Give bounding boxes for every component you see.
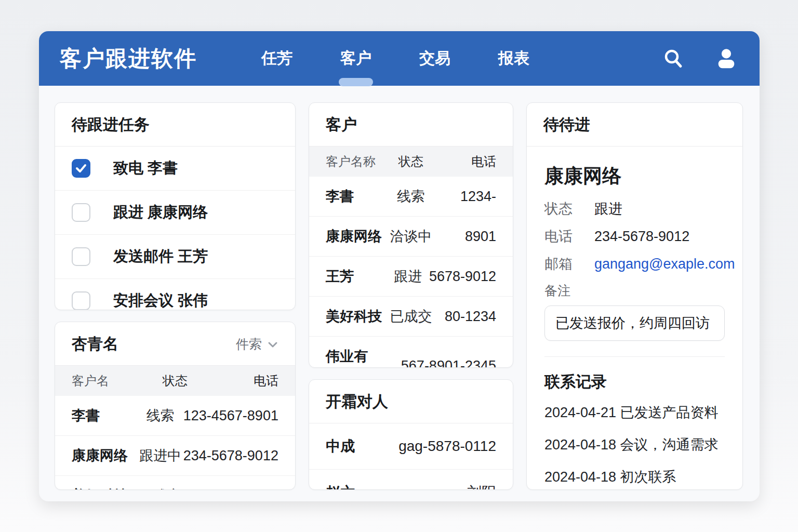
header-icons <box>662 47 738 70</box>
cell-name: 伟业有限公司 <box>326 347 370 368</box>
cell-phone: 5678-9012 <box>429 269 496 285</box>
cell-phone: 1234- <box>433 189 496 205</box>
col-header-phone: 电话 <box>202 373 278 389</box>
col-header-status: 状态 <box>389 153 433 170</box>
search-icon[interactable] <box>662 47 685 70</box>
nav-tab-label: 客户 <box>340 49 371 66</box>
task-checkbox[interactable] <box>72 291 90 310</box>
cell-name: 赵六 <box>326 483 355 490</box>
task-checkbox[interactable] <box>72 247 90 266</box>
panel-title: 待跟进任务 <box>55 103 295 147</box>
nav-tab-label: 报表 <box>498 49 529 66</box>
task-row[interactable]: 发送邮件 王芳 <box>55 235 295 279</box>
contact-record: 2024-04-18 会议，沟通需求 <box>544 435 725 454</box>
cell-name: 康康网络 <box>326 227 389 246</box>
field-value: 234-5678-9012 <box>594 229 689 245</box>
customers-title: 客户 <box>326 114 357 136</box>
task-label: 发送邮件 王芳 <box>113 246 208 267</box>
task-row[interactable]: 跟进 康康网络 <box>55 191 295 235</box>
cell-status: 洽谈中 <box>389 227 433 246</box>
list-item[interactable]: 赵六 刘阳 <box>309 470 513 490</box>
contact-record: 2024-04-18 初次联系 <box>544 468 725 486</box>
table-row[interactable]: 伟业有限公司 567-8901-2345 <box>309 337 513 368</box>
field-phone: 电话 234-5678-9012 <box>544 227 725 246</box>
column-right: 待待进 康康网络 状态 跟进 电话 234-5678-9012 邮箱 ganga… <box>526 102 743 490</box>
cell-name: 中成 <box>326 436 355 456</box>
nav-tab-label: 任芳 <box>261 49 292 66</box>
field-status: 状态 跟进 <box>544 200 725 218</box>
note-text: 已发送报价，约周四回访 <box>555 315 710 331</box>
panel-title: 杏青名 件索 <box>55 322 295 366</box>
panel-title: 开霜对人 <box>309 380 513 423</box>
chevron-down-icon <box>267 339 278 350</box>
task-checkbox[interactable] <box>72 159 90 178</box>
nav-tab-deals[interactable]: 交易 <box>417 34 453 83</box>
list-item[interactable]: 中成 gag-5878-0112 <box>309 423 513 470</box>
cell-phone: 123-4567-8901 <box>183 408 278 424</box>
col-header-status: 状态 <box>149 373 202 389</box>
task-checkbox[interactable] <box>72 203 90 222</box>
table-row[interactable]: 美好科技 已成交 80-1234 <box>309 297 513 337</box>
table-header: 客户名 状态 电话 <box>55 366 295 396</box>
sort-control[interactable]: 件索 <box>236 336 278 353</box>
nav-tab-customers[interactable]: 客户 <box>338 34 374 83</box>
task-label: 跟进 康康网络 <box>113 202 208 223</box>
customer-list-title: 杏青名 <box>72 334 118 355</box>
pending-tasks-panel: 待跟进任务 致电 李書 跟进 康康网络 发送邮件 王芳 <box>55 102 296 310</box>
user-icon[interactable] <box>715 47 738 70</box>
main-nav: 任芳 客户 交易 报表 <box>259 34 531 83</box>
field-label: 电话 <box>544 227 594 246</box>
contact-record: 2024-04-21 已发送产品资料 <box>544 403 725 422</box>
email-link[interactable]: gangang@exaple.com <box>594 256 735 272</box>
company-name: 康康网络 <box>544 163 725 189</box>
nav-tab-tasks[interactable]: 任芳 <box>259 34 295 83</box>
app-title: 客户跟进软件 <box>60 44 197 73</box>
cell-name: 李書 <box>326 187 389 206</box>
note-input[interactable]: 已发送报价，约周四回访 <box>544 305 725 341</box>
column-middle: 客户 客户名称 状态 电话 李書 线索 1234- 康康网络 洽谈中 8901 <box>309 102 513 490</box>
pending-tasks-title: 待跟进任务 <box>72 114 150 136</box>
cell-name: 李書 <box>72 406 138 425</box>
panel-title: 客户 <box>309 103 513 147</box>
nav-tab-label: 交易 <box>419 49 450 66</box>
check-icon <box>75 162 87 175</box>
cell-phone: 234-5678-9012 <box>183 448 278 464</box>
nav-tab-reports[interactable]: 报表 <box>496 34 531 83</box>
divider <box>544 356 725 357</box>
contact-persons-panel: 开霜对人 中成 gag-5878-0112 赵六 刘阳 <box>309 379 513 490</box>
table-row[interactable]: 李書 线索 123-4567-8901 <box>55 396 295 436</box>
table-row[interactable]: 康康网络 跟进中 234-5678-9012 <box>55 436 295 476</box>
table-row[interactable]: 美好科技 已成交 456-7890-1234 <box>55 476 295 490</box>
customers-panel: 客户 客户名称 状态 电话 李書 线索 1234- 康康网络 洽谈中 8901 <box>309 102 513 368</box>
detail-title: 待待进 <box>543 114 590 136</box>
table-header: 客户名称 状态 电话 <box>309 147 513 177</box>
task-row[interactable]: 致电 李書 <box>55 147 295 191</box>
cell-status: 已成交 <box>138 486 183 490</box>
table-row[interactable]: 李書 线索 1234- <box>309 177 513 217</box>
cell-status: 已成交 <box>389 307 433 326</box>
contact-persons-title: 开霜对人 <box>326 391 388 413</box>
field-email: 邮箱 gangang@exaple.com <box>544 255 725 273</box>
note-label: 备注 <box>544 282 725 299</box>
active-tab-indicator <box>339 78 373 86</box>
table-row[interactable]: 康康网络 洽谈中 8901 <box>309 217 513 257</box>
header-bar: 客户跟进软件 任芳 客户 交易 报表 <box>39 31 760 86</box>
cell-phone: 456-7890-1234 <box>183 488 278 490</box>
task-row[interactable]: 安排会议 张伟 <box>55 279 295 310</box>
panel-title: 待待进 <box>527 103 742 147</box>
column-left: 待跟进任务 致电 李書 跟进 康康网络 发送邮件 王芳 <box>55 102 296 490</box>
field-value: 跟进 <box>594 200 622 218</box>
table-row[interactable]: 王芳 跟进 5678-9012 <box>309 257 513 297</box>
task-label: 安排会议 张伟 <box>113 290 208 310</box>
app-window: 客户跟进软件 任芳 客户 交易 报表 <box>39 31 760 501</box>
cell-phone: 80-1234 <box>433 309 496 325</box>
sort-label: 件索 <box>236 336 262 353</box>
col-header-name: 客户名 <box>72 373 149 389</box>
field-label: 邮箱 <box>544 255 594 273</box>
cell-phone: 567-8901-2345 <box>401 358 496 368</box>
task-label: 致电 李書 <box>113 158 178 179</box>
cell-name: 美好科技 <box>326 307 389 326</box>
cell-name: 美好科技 <box>72 486 138 490</box>
detail-body: 康康网络 状态 跟进 电话 234-5678-9012 邮箱 gangang@e… <box>527 147 742 486</box>
cell-name: 康康网络 <box>72 446 138 465</box>
